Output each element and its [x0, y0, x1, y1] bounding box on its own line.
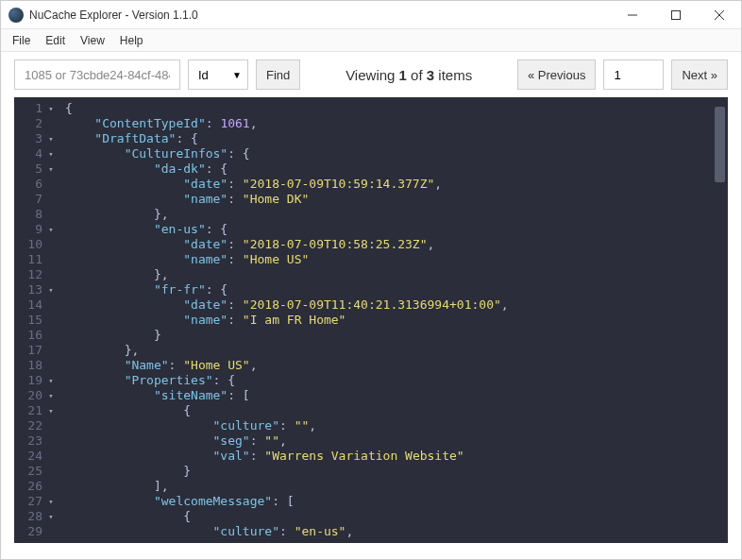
- code-line: "val": "Warrens Variation Website": [65, 449, 712, 464]
- code-line: }: [65, 464, 712, 479]
- gutter-line: 9▾: [14, 222, 59, 237]
- code-line: "culture": "en-us",: [65, 524, 712, 539]
- gutter-line: 10: [14, 237, 59, 252]
- gutter-line: 17: [14, 343, 59, 358]
- viewing-suffix: items: [434, 67, 472, 83]
- titlebar: NuCache Explorer - Version 1.1.0: [1, 1, 741, 29]
- code-line: "culture": "",: [65, 418, 712, 433]
- code-line: ],: [65, 479, 712, 494]
- fold-icon[interactable]: ▾: [46, 161, 56, 177]
- code-line: "date": "2018-07-09T10:58:25.23Z",: [65, 237, 712, 252]
- gutter-line: 15: [14, 313, 59, 328]
- code-line: }: [65, 328, 712, 343]
- code-line: "en-us": {: [65, 222, 712, 237]
- code-line: "CultureInfos": {: [65, 146, 712, 161]
- svg-rect-1: [672, 10, 681, 19]
- gutter-line: 3▾: [14, 131, 59, 146]
- viewing-total: 3: [427, 67, 434, 83]
- gutter-line: 5▾: [14, 161, 59, 177]
- editor-scrollbar[interactable]: [712, 97, 728, 543]
- gutter-line: 21▾: [14, 403, 59, 418]
- gutter-line: 18: [14, 358, 59, 373]
- gutter-line: 28▾: [14, 509, 59, 524]
- code-line: "name": "Home DK": [65, 192, 712, 207]
- code-editor[interactable]: 1▾23▾4▾5▾6789▾10111213▾141516171819▾20▾2…: [14, 97, 728, 543]
- fold-icon[interactable]: ▾: [46, 388, 56, 403]
- code-line: "name": "Home US": [65, 252, 712, 267]
- code-line: "Name": "Home US",: [65, 358, 712, 373]
- fold-icon[interactable]: ▾: [46, 373, 56, 388]
- type-select-value: Id: [198, 68, 209, 82]
- fold-icon[interactable]: ▾: [46, 146, 56, 161]
- search-input[interactable]: [14, 59, 180, 90]
- viewing-current: 1: [399, 67, 407, 83]
- gutter-line: 19▾: [14, 373, 59, 388]
- code-line: "Properties": {: [65, 373, 712, 388]
- gutter-line: 25: [14, 464, 59, 479]
- gutter-line: 7: [14, 192, 59, 207]
- editor-gutter: 1▾23▾4▾5▾6789▾10111213▾141516171819▾20▾2…: [14, 97, 59, 543]
- gutter-line: 27▾: [14, 494, 59, 509]
- editor-content[interactable]: { "ContentTypeId": 1061, "DraftData": { …: [59, 97, 712, 543]
- previous-button[interactable]: « Previous: [517, 59, 596, 90]
- code-line: },: [65, 343, 712, 358]
- gutter-line: 16: [14, 328, 59, 343]
- scrollbar-thumb[interactable]: [715, 107, 725, 182]
- gutter-line: 13▾: [14, 282, 59, 297]
- code-line: "fr-fr": {: [65, 282, 712, 297]
- fold-icon[interactable]: ▾: [46, 494, 56, 509]
- code-line: },: [65, 267, 712, 282]
- code-line: {: [65, 403, 712, 418]
- gutter-line: 24: [14, 449, 59, 464]
- gutter-line: 12: [14, 267, 59, 282]
- find-button[interactable]: Find: [256, 59, 300, 90]
- gutter-line: 22: [14, 418, 59, 433]
- fold-icon[interactable]: ▾: [46, 282, 56, 297]
- code-line: "date": "2018-07-09T10:59:14.377Z",: [65, 177, 712, 192]
- type-select[interactable]: Id ▼: [188, 59, 248, 90]
- menu-file[interactable]: File: [5, 31, 38, 50]
- gutter-line: 26: [14, 479, 59, 494]
- menu-edit[interactable]: Edit: [38, 31, 73, 50]
- gutter-line: 11: [14, 252, 59, 267]
- code-line: "date": "2018-07-09T11:40:21.3136994+01:…: [65, 297, 712, 313]
- minimize-button[interactable]: [611, 1, 654, 29]
- fold-icon[interactable]: ▾: [46, 403, 56, 418]
- gutter-line: 23: [14, 433, 59, 449]
- fold-icon[interactable]: ▾: [46, 101, 56, 116]
- viewing-status: Viewing 1 of 3 items: [308, 67, 510, 83]
- window-title: NuCache Explorer - Version 1.1.0: [29, 8, 611, 22]
- code-line: {: [65, 101, 712, 116]
- page-input[interactable]: [603, 59, 664, 90]
- gutter-line: 14: [14, 297, 59, 313]
- fold-icon[interactable]: ▾: [46, 222, 56, 237]
- app-icon: [8, 8, 24, 23]
- toolbar: Id ▼ Find Viewing 1 of 3 items « Previou…: [1, 52, 741, 97]
- fold-icon[interactable]: ▾: [46, 509, 56, 524]
- gutter-line: 29: [14, 524, 59, 539]
- menu-help[interactable]: Help: [112, 31, 151, 50]
- gutter-line: 20▾: [14, 388, 59, 403]
- next-button[interactable]: Next »: [671, 59, 728, 90]
- code-line: "DraftData": {: [65, 131, 712, 146]
- gutter-line: 1▾: [14, 101, 59, 116]
- code-line: "name": "I am FR Home": [65, 313, 712, 328]
- viewing-mid: of: [407, 67, 427, 83]
- code-line: "welcomeMessage": [: [65, 494, 712, 509]
- code-line: "da-dk": {: [65, 161, 712, 177]
- viewing-prefix: Viewing: [346, 67, 398, 83]
- maximize-button[interactable]: [654, 1, 698, 29]
- menu-view[interactable]: View: [73, 31, 112, 50]
- close-button[interactable]: [698, 1, 741, 29]
- code-line: "ContentTypeId": 1061,: [65, 116, 712, 131]
- fold-icon[interactable]: ▾: [46, 131, 56, 146]
- chevron-down-icon: ▼: [232, 70, 242, 80]
- code-line: "seg": "",: [65, 433, 712, 449]
- code-line: },: [65, 207, 712, 222]
- code-line: {: [65, 509, 712, 524]
- gutter-line: 2: [14, 116, 59, 131]
- gutter-line: 8: [14, 207, 59, 222]
- gutter-line: 4▾: [14, 146, 59, 161]
- menubar: File Edit View Help: [1, 29, 741, 52]
- gutter-line: 6: [14, 177, 59, 192]
